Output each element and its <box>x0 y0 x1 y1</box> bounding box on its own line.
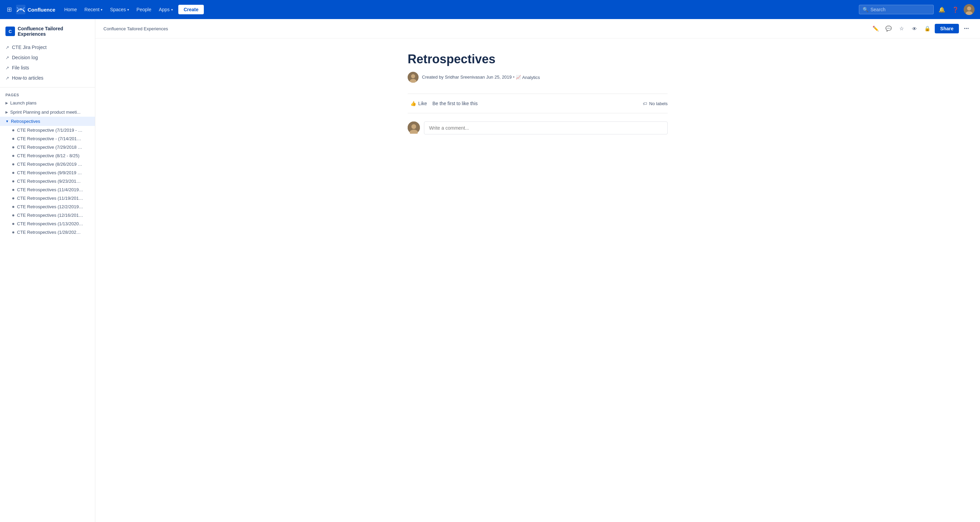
sidebar-page-launch-plans[interactable]: ▶ Launch plans <box>0 98 95 108</box>
confluence-logo-icon <box>16 5 25 14</box>
bullet-icon <box>12 189 14 191</box>
help-button[interactable]: ❓ <box>950 4 961 15</box>
sidebar-subpage-retro-5[interactable]: CTE Retrospective (8/26/2019 … <box>0 160 95 169</box>
comment-button[interactable]: 💬 <box>883 23 894 34</box>
sidebar-item-label: How-to articles <box>12 75 43 81</box>
page-date: Jun 25, 2019 <box>486 75 512 80</box>
svg-rect-0 <box>16 5 25 14</box>
nav-recent[interactable]: Recent ▾ <box>81 5 106 14</box>
sidebar-item-cte-jira[interactable]: ↗ CTE Jira Project <box>0 42 95 53</box>
chevron-down-icon: ▼ <box>5 119 9 123</box>
like-left: 👍 Like Be the first to like this <box>408 99 478 108</box>
bullet-icon <box>12 197 14 199</box>
watch-button[interactable]: 👁 <box>909 23 920 34</box>
external-link-icon: ↗ <box>5 55 9 60</box>
notifications-button[interactable]: 🔔 <box>937 4 947 15</box>
nav-home[interactable]: Home <box>61 5 80 14</box>
share-button[interactable]: Share <box>935 24 959 33</box>
svg-point-8 <box>411 124 416 129</box>
sidebar-item-file-lists[interactable]: ↗ File lists <box>0 63 95 73</box>
star-button[interactable]: ☆ <box>896 23 907 34</box>
bullet-icon <box>12 163 14 166</box>
user-avatar[interactable] <box>964 4 975 15</box>
chevron-right-icon: ▶ <box>5 101 8 105</box>
breadcrumb-bar: Confluence Tailored Experiences ✏️ 💬 ☆ 👁… <box>95 19 980 38</box>
avatar-image <box>964 4 975 15</box>
sidebar-subpage-retro-4[interactable]: CTE Retrospective (8/12 - 8/25) <box>0 151 95 160</box>
space-name: Confluence Tailored Experiences <box>18 26 89 37</box>
sidebar-subpage-retro-13[interactable]: CTE Retrospectives (1/28/202… <box>0 228 95 237</box>
top-nav-links: Home Recent ▾ Spaces ▾ People Apps ▾ Cre… <box>61 5 856 14</box>
like-subtext: Be the first to like this <box>433 101 478 106</box>
sidebar-item-how-to[interactable]: ↗ How-to articles <box>0 73 95 83</box>
no-labels: 🏷 No labels <box>643 101 668 106</box>
page-body: Retrospectives Created by Sridhar Sreeni… <box>391 38 684 148</box>
nav-people[interactable]: People <box>133 5 155 14</box>
nav-apps[interactable]: Apps ▾ <box>156 5 176 14</box>
bullet-icon <box>12 138 14 140</box>
bullet-icon <box>12 206 14 208</box>
sidebar-links: ↗ CTE Jira Project ↗ Decision log ↗ File… <box>0 41 95 84</box>
chevron-right-icon: ▶ <box>5 110 8 114</box>
chevron-down-icon: ▾ <box>127 8 129 11</box>
grid-icon[interactable]: ⊞ <box>5 5 13 14</box>
comment-input[interactable] <box>424 121 668 134</box>
external-link-icon: ↗ <box>5 45 9 50</box>
like-button[interactable]: 👍 Like <box>408 99 430 108</box>
main-content: Confluence Tailored Experiences ✏️ 💬 ☆ 👁… <box>95 19 980 522</box>
nav-spaces[interactable]: Spaces ▾ <box>107 5 132 14</box>
sidebar-item-label: Decision log <box>12 55 38 60</box>
external-link-icon: ↗ <box>5 65 9 70</box>
author-name: Created by Sridhar Sreenivasan <box>422 75 485 80</box>
sidebar: C Confluence Tailored Experiences ↗ CTE … <box>0 19 95 522</box>
sidebar-page-sprint-planning[interactable]: ▶ Sprint Planning and product meeti... <box>0 108 95 117</box>
create-button[interactable]: Create <box>178 5 204 14</box>
external-link-icon: ↗ <box>5 76 9 81</box>
svg-point-5 <box>411 74 415 78</box>
top-nav-right: 🔍 Search 🔔 ❓ <box>859 4 975 15</box>
svg-point-2 <box>967 6 971 11</box>
sidebar-subpage-retro-12[interactable]: CTE Retrospectives (1/13/2020… <box>0 220 95 228</box>
author-avatar-image <box>408 72 418 83</box>
sidebar-header: C Confluence Tailored Experiences <box>0 23 95 41</box>
sidebar-subpage-retro-3[interactable]: CTE Retrospective (7/29/2018 … <box>0 143 95 151</box>
pages-section-label: PAGES <box>0 90 95 98</box>
sidebar-page-label: Launch plans <box>10 100 37 105</box>
sidebar-subpage-retro-1[interactable]: CTE Retrospective (7/1/2019 - … <box>0 126 95 134</box>
sidebar-subpage-retro-6[interactable]: CTE Retrospectives (9/9/2019 … <box>0 169 95 177</box>
analytics-link[interactable]: 📈 Analytics <box>516 75 540 80</box>
sidebar-subpage-retro-7[interactable]: CTE Retrospectives (9/23/201… <box>0 177 95 185</box>
tag-icon: 🏷 <box>643 101 647 106</box>
bullet-icon <box>12 172 14 174</box>
bullet-icon <box>12 231 14 234</box>
top-navigation: ⊞ Confluence Home Recent ▾ Spaces ▾ Peop… <box>0 0 980 19</box>
sidebar-subpage-retro-2[interactable]: CTE Retrospective - (7/14/201… <box>0 134 95 143</box>
sidebar-item-decision-log[interactable]: ↗ Decision log <box>0 53 95 63</box>
sidebar-subpage-retro-10[interactable]: CTE Retrospectives (12/2/2019… <box>0 202 95 211</box>
main-layout: C Confluence Tailored Experiences ↗ CTE … <box>0 19 980 522</box>
sidebar-item-label: File lists <box>12 65 29 70</box>
sidebar-divider <box>0 87 95 88</box>
restrict-button[interactable]: 🔒 <box>922 23 933 34</box>
comment-area <box>408 121 668 134</box>
sidebar-page-retrospectives[interactable]: ▼ Retrospectives <box>0 117 95 126</box>
bullet-icon <box>12 129 14 131</box>
edit-button[interactable]: ✏️ <box>870 23 881 34</box>
confluence-logo-text: Confluence <box>27 7 56 13</box>
sidebar-item-label: CTE Jira Project <box>12 45 47 50</box>
bullet-icon <box>12 214 14 216</box>
commenter-avatar <box>408 121 420 134</box>
sidebar-subpage-retro-11[interactable]: CTE Retrospectives (12/16/201… <box>0 211 95 220</box>
breadcrumb[interactable]: Confluence Tailored Experiences <box>103 26 168 31</box>
sidebar-subpage-retro-8[interactable]: CTE Retrospectives (11/4/2019… <box>0 185 95 194</box>
confluence-logo[interactable]: Confluence <box>16 5 56 14</box>
analytics-icon: 📈 <box>516 75 521 80</box>
more-actions-button[interactable]: ··· <box>961 23 972 34</box>
page-meta: Created by Sridhar Sreenivasan Jun 25, 2… <box>408 72 668 83</box>
bullet-icon <box>12 180 14 182</box>
chevron-down-icon: ▾ <box>171 8 173 11</box>
toolbar-right: ✏️ 💬 ☆ 👁 🔒 Share ··· <box>870 23 972 34</box>
author-avatar <box>408 72 418 83</box>
search-box[interactable]: 🔍 Search <box>859 5 934 14</box>
sidebar-subpage-retro-9[interactable]: CTE Retrospectives (11/19/201… <box>0 194 95 202</box>
